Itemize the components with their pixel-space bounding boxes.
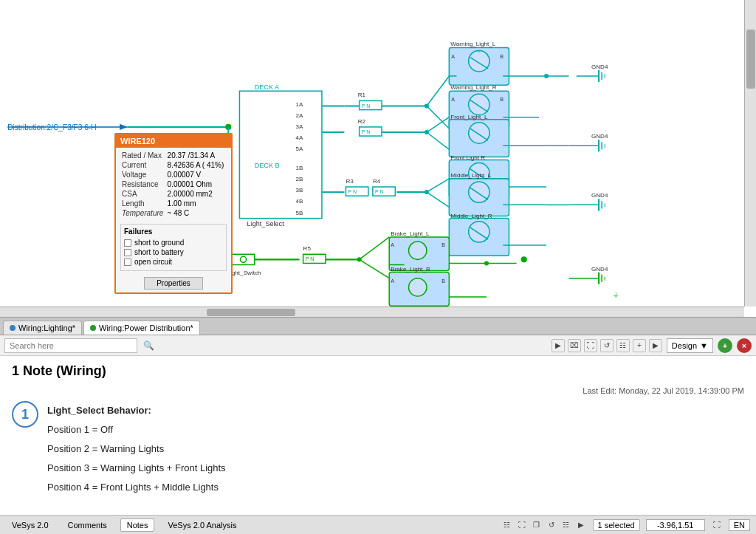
svg-text:R1: R1 <box>358 92 366 98</box>
svg-text:R3: R3 <box>346 178 354 185</box>
current-label: Current <box>120 160 166 170</box>
length-value: 1.00 mm <box>166 199 227 208</box>
wire-popup-title: WIRE120 <box>116 134 231 148</box>
temperature-value: ~ 48 C <box>166 208 227 218</box>
grid-status-icon[interactable]: ☷ <box>501 519 513 531</box>
svg-point-65 <box>469 123 489 143</box>
circuit-diagram: Distribution:2/C_F3/F3 6-H DECK A 1A 2A … <box>0 0 756 317</box>
svg-point-134 <box>409 278 427 296</box>
horizontal-scrollbar-thumb[interactable] <box>207 309 295 316</box>
status-tab-comments[interactable]: Comments <box>62 519 113 531</box>
add-icon[interactable]: + <box>633 339 646 352</box>
note-number: 1 <box>12 401 38 428</box>
status-tab-notes[interactable]: Notes <box>120 518 155 532</box>
svg-text:A: A <box>391 278 394 284</box>
search-icon[interactable]: 🔍 <box>142 339 155 352</box>
tab-wiring-power[interactable]: Wiring:Power Distribution* <box>83 321 200 335</box>
note-item: 1 Light_Select Behavior: Position 1 = Of… <box>12 401 744 497</box>
temperature-label: Temperature <box>120 208 166 218</box>
select-icon[interactable]: ▶ <box>551 339 565 352</box>
cursor-status-icon[interactable]: ↺ <box>546 519 557 531</box>
svg-text:2B: 2B <box>295 176 303 182</box>
open-circuit-checkbox[interactable] <box>124 259 131 266</box>
svg-text:GND4: GND4 <box>591 266 608 273</box>
position-3: Position 3 = Warning Lights + Front Ligh… <box>47 459 744 478</box>
short-to-ground-label: short to ground <box>134 239 184 247</box>
svg-text:5B: 5B <box>295 210 303 216</box>
fit-status-icon[interactable]: ⛶ <box>516 519 528 531</box>
svg-text:Brake_Light_R: Brake_Light_R <box>391 266 430 273</box>
svg-text:Front Light R: Front Light R <box>450 154 485 161</box>
svg-rect-0 <box>0 1 756 316</box>
svg-text:P  N: P N <box>362 103 371 109</box>
svg-text:⏚: ⏚ <box>614 290 619 298</box>
expand-icon[interactable]: ⛶ <box>711 519 723 531</box>
short-to-ground-checkbox[interactable] <box>124 239 131 247</box>
csa-value: 2.00000 mm2 <box>166 189 227 199</box>
status-tab-vesys[interactable]: VeSys 2.0 <box>6 519 55 531</box>
svg-text:Light_Select: Light_Select <box>247 220 285 227</box>
add-button[interactable]: + <box>718 338 732 353</box>
svg-text:3B: 3B <box>295 187 303 194</box>
svg-text:DECK A: DECK A <box>255 83 280 91</box>
language: EN <box>729 519 750 531</box>
tabs-bar: Wiring:Lighting* Wiring:Power Distributi… <box>0 318 756 335</box>
svg-text:A: A <box>391 242 394 248</box>
status-right: ☷ ⛶ ❐ ↺ ☷ ▶ 1 selected -3.96,1.51 ⛶ EN <box>501 519 750 531</box>
status-bar: VeSys 2.0 Comments Notes VeSys 2.0 Analy… <box>0 515 756 534</box>
current-value: 8.42636 A ( 41%) <box>166 160 227 170</box>
tab-wiring-lighting[interactable]: Wiring:Lighting* <box>3 321 82 335</box>
short-to-ground-item[interactable]: short to ground <box>124 239 223 247</box>
tab-label-power: Wiring:Power Distribution* <box>99 324 193 332</box>
svg-text:P  N: P N <box>306 256 315 262</box>
length-label: Length <box>120 199 166 208</box>
open-circuit-label: open circuit <box>134 258 172 266</box>
note-content: Light_Select Behavior: Position 1 = Off … <box>47 401 744 497</box>
svg-text:2A: 2A <box>295 112 303 119</box>
design-dropdown[interactable]: Design ▼ <box>667 338 713 353</box>
svg-point-129 <box>521 256 527 262</box>
add-status-icon[interactable]: ☷ <box>560 519 572 531</box>
short-to-battery-checkbox[interactable] <box>124 249 131 256</box>
pan-icon[interactable]: ☷ <box>616 339 630 352</box>
position-4: Position 4 = Front Lights + Middle Light… <box>47 478 744 497</box>
close-button[interactable]: × <box>737 338 752 353</box>
svg-point-34 <box>469 51 489 72</box>
selected-count: 1 selected <box>593 519 640 531</box>
open-circuit-item[interactable]: open circuit <box>124 258 223 266</box>
dropdown-arrow: ▼ <box>700 341 708 350</box>
voltage-value: 0.00007 V <box>166 170 227 179</box>
short-to-battery-item[interactable]: short to battery <box>124 248 223 256</box>
svg-text:P  N: P N <box>348 189 357 195</box>
expand-status-icon[interactable]: ❐ <box>531 519 543 531</box>
svg-text:A: A <box>451 54 455 60</box>
rated-max-value: 20.37 /31.34 A <box>166 151 227 160</box>
short-to-battery-label: short to battery <box>134 248 184 256</box>
svg-point-93 <box>469 182 489 202</box>
play-icon[interactable]: ▶ <box>649 339 662 352</box>
svg-point-124 <box>409 242 427 259</box>
position-1: Position 1 = Off <box>47 420 744 439</box>
wire-popup-failures: Failures short to ground short to batter… <box>120 224 227 271</box>
cursor-icon[interactable]: ↺ <box>600 339 614 352</box>
diagram-area: Distribution:2/C_F3/F3 6-H DECK A 1A 2A … <box>0 0 756 318</box>
svg-text:R4: R4 <box>373 178 381 185</box>
svg-text:B: B <box>500 54 504 60</box>
horizontal-scrollbar[interactable] <box>0 307 744 317</box>
status-tools: ☷ ⛶ ❐ ↺ ☷ ▶ <box>501 519 587 531</box>
search-input[interactable] <box>4 338 137 353</box>
svg-text:P  N: P N <box>375 189 384 195</box>
svg-text:3A: 3A <box>295 123 303 130</box>
status-tab-analysis[interactable]: VeSys 2.0 Analysis <box>162 519 242 531</box>
svg-text:4A: 4A <box>295 134 303 141</box>
svg-text:1B: 1B <box>295 165 303 171</box>
grid-icon[interactable]: ⌧ <box>568 339 581 352</box>
notes-title: 1 Note (Wiring) <box>12 363 744 379</box>
play-status-icon[interactable]: ▶ <box>575 519 587 531</box>
vertical-scrollbar[interactable] <box>744 0 756 307</box>
position-2: Position 2 = Warning Lights <box>47 439 744 459</box>
fit-icon[interactable]: ⛶ <box>584 339 597 352</box>
properties-button[interactable]: Properties <box>144 277 203 290</box>
svg-text:Brake_Light_L: Brake_Light_L <box>391 230 430 237</box>
vertical-scrollbar-thumb[interactable] <box>746 30 755 89</box>
